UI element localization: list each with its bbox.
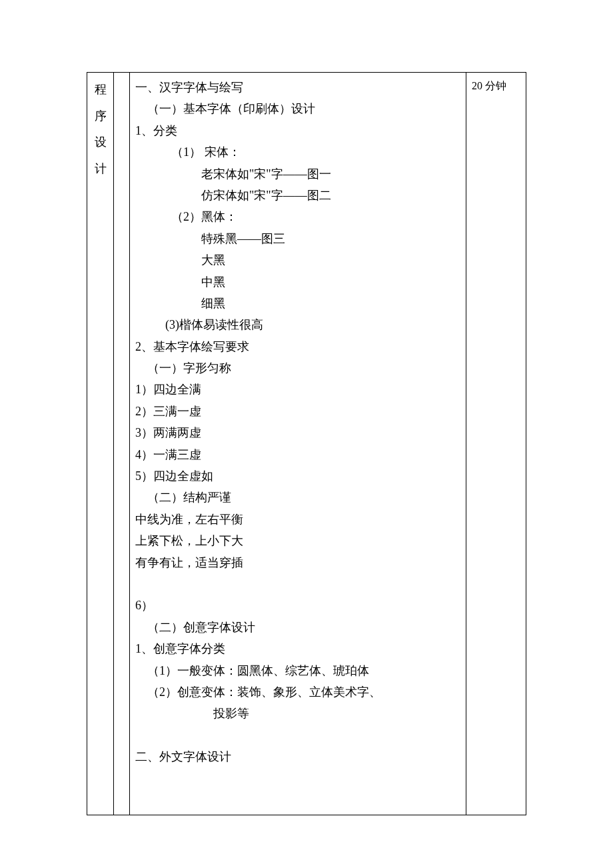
content-line: 6） <box>135 595 460 616</box>
content-line: 1、分类 <box>135 120 460 141</box>
content-line: （1） 宋体： <box>135 141 460 163</box>
content-line: 上紧下松，上小下大 <box>135 530 460 551</box>
content-line: 有争有让，适当穿插 <box>135 552 460 573</box>
content-line: 中线为准，左右平衡 <box>135 509 460 530</box>
content-line: （1）一般变体：圆黑体、综艺体、琥珀体 <box>135 660 460 681</box>
content-line: 老宋体如"宋"字——图一 <box>135 163 460 185</box>
content-line <box>135 573 460 595</box>
blank-cell <box>114 73 130 815</box>
content-line: （一）字形匀称 <box>135 357 460 379</box>
content-line: 二、外文字体设计 <box>135 746 460 767</box>
content-line: 特殊黑——图三 <box>135 228 460 249</box>
content-line: （一）基本字体（印刷体）设计 <box>135 98 460 119</box>
content-line: （二）结构严谨 <box>135 487 460 508</box>
row-label-char: 程 <box>93 77 108 103</box>
content-line: 投影等 <box>135 703 460 724</box>
content-line: 3）两满两虚 <box>135 422 460 443</box>
content-line <box>135 789 460 811</box>
content-line <box>135 768 460 789</box>
content-line: 1）四边全满 <box>135 379 460 400</box>
content-line <box>135 725 460 746</box>
row-label-char: 设 <box>93 129 108 156</box>
content-cell: 一、汉字字体与绘写（一）基本字体（印刷体）设计1、分类（1） 宋体：老宋体如"宋… <box>130 73 466 815</box>
content-line: 大黑 <box>135 249 460 271</box>
duration-cell: 20 分钟 <box>466 73 526 815</box>
content-line: 2）三满一虚 <box>135 401 460 422</box>
lesson-table: 程 序 设 计 一、汉字字体与绘写（一）基本字体（印刷体）设计1、分类（1） 宋… <box>87 72 526 815</box>
content-line: 2、基本字体绘写要求 <box>135 336 460 357</box>
row-label-cell: 程 序 设 计 <box>87 73 114 815</box>
content-line: （二）创意字体设计 <box>135 617 460 638</box>
content-line: 5）四边全虚如 <box>135 465 460 487</box>
content-line: （2）创意变体：装饰、象形、立体美术字、 <box>135 681 460 703</box>
content-line: 一、汉字字体与绘写 <box>135 77 460 98</box>
row-label-char: 计 <box>93 156 108 183</box>
content-line: 中黑 <box>135 271 460 293</box>
content-line: 4）一满三虚 <box>135 444 460 465</box>
content-line: 1、创意字体分类 <box>135 638 460 659</box>
content-line: 仿宋体如"宋"字——图二 <box>135 185 460 206</box>
content-line: （2）黑体： <box>135 206 460 227</box>
document-page: 程 序 设 计 一、汉字字体与绘写（一）基本字体（印刷体）设计1、分类（1） 宋… <box>0 0 613 815</box>
table-row: 程 序 设 计 一、汉字字体与绘写（一）基本字体（印刷体）设计1、分类（1） 宋… <box>87 73 526 815</box>
row-label-char: 序 <box>93 103 108 130</box>
content-line: 细黑 <box>135 293 460 314</box>
content-line: (3)楷体易读性很高 <box>135 314 460 335</box>
duration-text: 20 分钟 <box>472 80 506 91</box>
